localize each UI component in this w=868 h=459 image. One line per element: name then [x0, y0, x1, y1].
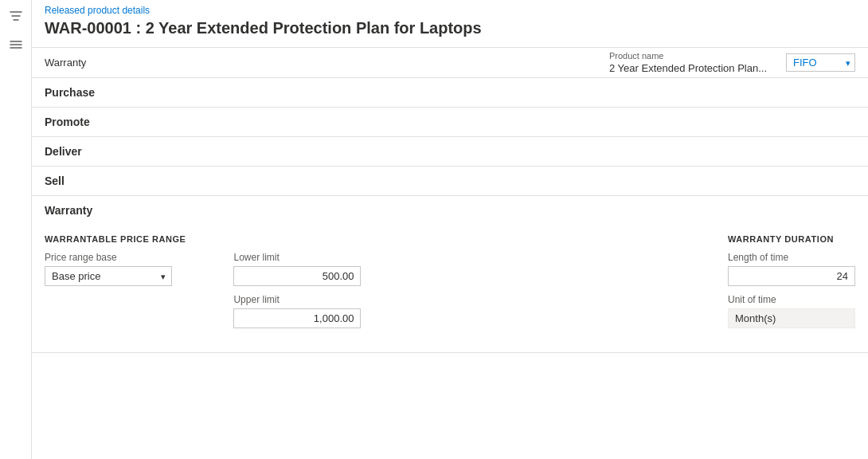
warrantable-title: WARRANTABLE PRICE RANGE [45, 234, 186, 244]
warranty-duration-title: WARRANTY DURATION [728, 234, 855, 244]
deliver-section-header[interactable]: Deliver [32, 137, 868, 166]
promote-section-header[interactable]: Promote [32, 108, 868, 136]
lower-limit-field: Lower limit [233, 252, 361, 286]
length-of-time-field: Length of time [728, 252, 855, 286]
warrantable-price-range-block: WARRANTABLE PRICE RANGE Price range base… [45, 234, 186, 336]
purchase-section-header[interactable]: Purchase [32, 78, 868, 107]
length-of-time-label: Length of time [728, 252, 855, 263]
top-bar: Warranty Product name 2 Year Extended Pr… [32, 47, 868, 78]
upper-limit-field: Upper limit [233, 294, 361, 328]
product-type: Warranty [45, 57, 86, 69]
warranty-section-header[interactable]: Warranty [32, 196, 868, 225]
fifo-select-wrapper[interactable]: FIFOLIFOAverageStandard [786, 53, 855, 72]
warranty-grid: WARRANTABLE PRICE RANGE Price range base… [45, 234, 855, 336]
length-of-time-input[interactable] [728, 266, 855, 286]
warranty-duration-block: WARRANTY DURATION Length of time Unit of… [728, 234, 855, 336]
warranty-section-content: WARRANTABLE PRICE RANGE Price range base… [32, 225, 868, 352]
price-range-base-field: Price range base Base priceSales priceCo… [45, 252, 186, 286]
unit-of-time-label: Unit of time [728, 294, 855, 305]
page-title: WAR-00001 : 2 Year Extended Protection P… [32, 18, 868, 47]
main-content: Released product details WAR-00001 : 2 Y… [32, 0, 868, 459]
deliver-section: Deliver [32, 137, 868, 167]
lower-limit-label: Lower limit [233, 252, 361, 263]
sell-section: Sell [32, 167, 868, 196]
upper-limit-input[interactable] [233, 308, 361, 328]
spacer [409, 234, 680, 336]
price-range-base-select-wrapper[interactable]: Base priceSales priceCost price [45, 266, 172, 286]
sell-section-header[interactable]: Sell [32, 167, 868, 195]
limit-block: PLACEHOLDER Lower limit Upper limit [233, 234, 361, 336]
product-name-label: Product name [609, 51, 767, 61]
breadcrumb[interactable]: Released product details [32, 0, 868, 18]
warranty-section: Warranty WARRANTABLE PRICE RANGE Price r… [32, 196, 868, 353]
unit-of-time-field: Unit of time Month(s) [728, 294, 855, 328]
price-range-base-label: Price range base [45, 252, 186, 263]
fifo-select[interactable]: FIFOLIFOAverageStandard [786, 53, 855, 72]
filter-icon[interactable] [6, 6, 25, 26]
upper-limit-label: Upper limit [233, 294, 361, 305]
menu-icon[interactable] [6, 35, 25, 54]
sidebar [0, 0, 32, 459]
purchase-section: Purchase [32, 78, 868, 108]
product-name-value: 2 Year Extended Protection Plan... [609, 62, 767, 74]
lower-limit-input[interactable] [233, 266, 361, 286]
promote-section: Promote [32, 108, 868, 137]
product-name-field: Product name 2 Year Extended Protection … [609, 51, 767, 74]
unit-of-time-value: Month(s) [728, 308, 855, 328]
price-range-base-select[interactable]: Base priceSales priceCost price [45, 266, 172, 286]
